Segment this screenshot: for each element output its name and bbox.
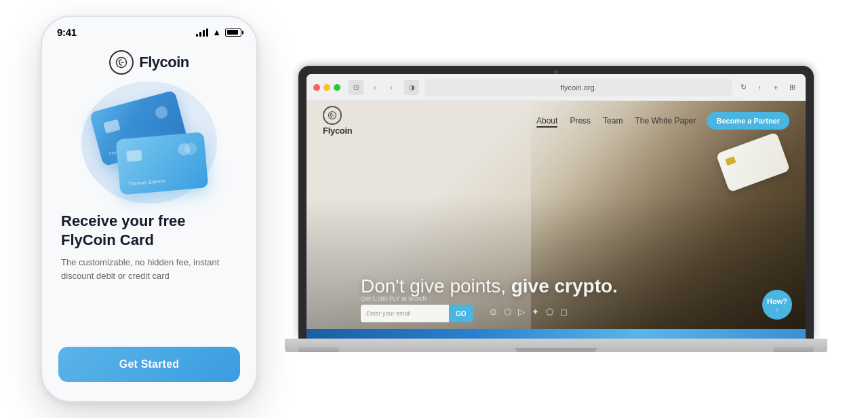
phone-subtext: The customizable, no hidden fee, instant… <box>61 256 237 282</box>
discord-icon[interactable]: ⬡ <box>504 307 511 317</box>
reddit-icon[interactable]: ⊙ <box>490 307 497 317</box>
browser-bar: ⊡ ‹ › ◑ flycoin.org. ↻ ↑ + ⊞ <box>307 74 806 101</box>
phone-logo-text: Flycoin <box>139 54 189 71</box>
add-tab-button[interactable]: + <box>769 81 783 94</box>
laptop-base <box>285 339 827 352</box>
twitter-icon[interactable]: ✦ <box>532 307 539 317</box>
telegram-icon[interactable]: ▷ <box>518 307 525 317</box>
laptop-hinge <box>515 348 597 352</box>
signal-icon <box>196 28 208 37</box>
phone: 9:41 ▲ <box>41 16 258 402</box>
instagram-icon[interactable]: ◻ <box>560 307 568 317</box>
tab-icon[interactable]: ⊡ <box>349 80 363 95</box>
url-text: flycoin.org. <box>560 83 596 92</box>
how-button[interactable]: How? ↓ <box>762 290 792 320</box>
phone-heading-line2: FlyCoin Card <box>61 231 154 248</box>
phone-status-bar: 9:41 ▲ <box>42 17 256 38</box>
laptop-screen: ⊡ ‹ › ◑ flycoin.org. ↻ ↑ + ⊞ <box>307 74 806 339</box>
laptop-wrapper: ⊡ ‹ › ◑ flycoin.org. ↻ ↑ + ⊞ <box>285 66 827 352</box>
how-button-label: How? <box>767 297 787 305</box>
hero-headline: Don't give points, give crypto. <box>361 275 618 298</box>
phone-card-area: Thomas Edison Thomas Edison <box>81 81 217 204</box>
go-button[interactable]: GO <box>449 305 473 322</box>
how-button-arrow: ↓ <box>776 305 779 312</box>
website-hero: Don't give points, give crypto. <box>361 275 618 298</box>
close-window-button[interactable] <box>313 84 320 91</box>
hero-headline-bold: give crypto. <box>506 276 618 297</box>
browser-back-button[interactable]: ‹ <box>368 80 382 95</box>
become-partner-button[interactable]: Become a Partner <box>707 112 789 130</box>
nav-link-team[interactable]: Team <box>603 116 623 126</box>
browser-nav-buttons: ‹ › <box>368 80 399 95</box>
card-chip <box>725 156 736 166</box>
nav-link-press[interactable]: Press <box>570 116 591 126</box>
battery-icon <box>225 28 241 37</box>
browser-tab-controls: ⊡ <box>349 80 363 95</box>
card-back-chip <box>103 119 120 134</box>
laptop-foot-right <box>773 347 814 352</box>
nav-link-whitepaper[interactable]: The White Paper <box>635 116 696 126</box>
phone-time: 9:41 <box>57 26 77 38</box>
card-front-circles <box>178 142 197 155</box>
browser-traffic-lights <box>313 84 340 91</box>
hero-headline-regular: Don't give points, <box>361 276 506 297</box>
facebook-icon[interactable]: ⬠ <box>546 307 553 317</box>
website-logo-icon <box>323 106 342 125</box>
minimize-window-button[interactable] <box>323 84 330 91</box>
browser-right-controls: ↻ ↑ + ⊞ <box>736 81 799 94</box>
get-started-label: Get Started <box>119 358 179 370</box>
website-logo: Flycoin <box>323 106 352 136</box>
maximize-window-button[interactable] <box>334 84 340 91</box>
address-bar[interactable]: flycoin.org. <box>425 79 732 96</box>
card-front-chip <box>126 150 142 162</box>
website-content: Flycoin About Press Team The White Paper… <box>307 101 806 339</box>
phone-logo-icon <box>109 50 134 75</box>
card-front-name: Thomas Edison <box>127 178 165 187</box>
reload-button[interactable]: ↻ <box>736 81 750 94</box>
phone-logo-area: Flycoin <box>109 50 189 75</box>
phone-wrapper: 9:41 ▲ <box>41 16 258 402</box>
social-icons: ⊙ ⬡ ▷ ✦ ⬠ ◻ <box>490 307 568 317</box>
hero-input-area: Get 1,000 FLY at launch Enter your email… <box>361 295 473 322</box>
brightness-icon[interactable]: ◑ <box>404 80 419 95</box>
card-front: Thomas Edison <box>116 132 209 195</box>
get-started-button[interactable]: Get Started <box>58 347 240 382</box>
phone-heading-line1: Receive your free <box>61 212 185 229</box>
grid-icon[interactable]: ⊞ <box>785 81 799 94</box>
phone-text-area: Receive your free FlyCoin Card The custo… <box>42 212 256 315</box>
email-label: Get 1,000 FLY at launch <box>361 295 473 302</box>
wifi-icon: ▲ <box>212 27 221 37</box>
become-partner-label: Become a Partner <box>716 117 780 125</box>
email-input-group: Enter your email GO <box>361 305 473 322</box>
nav-links: About Press Team The White Paper <box>536 116 696 126</box>
go-label: GO <box>456 310 467 318</box>
email-input[interactable]: Enter your email <box>361 305 449 322</box>
share-icon[interactable]: ↑ <box>753 81 766 94</box>
laptop-foot-left <box>298 347 339 352</box>
website-logo-text: Flycoin <box>323 126 352 136</box>
bottom-accent-bar <box>307 329 806 339</box>
scene: 9:41 ▲ <box>0 0 868 418</box>
laptop-screen-bezel: ⊡ ‹ › ◑ flycoin.org. ↻ ↑ + ⊞ <box>298 66 814 339</box>
battery-fill <box>227 30 238 35</box>
phone-status-icons: ▲ <box>196 27 241 37</box>
nav-link-about[interactable]: About <box>536 116 557 126</box>
phone-heading: Receive your free FlyCoin Card <box>61 212 237 249</box>
browser-forward-button[interactable]: › <box>384 80 399 95</box>
email-placeholder: Enter your email <box>366 310 411 317</box>
website-nav: Flycoin About Press Team The White Paper… <box>307 101 806 140</box>
